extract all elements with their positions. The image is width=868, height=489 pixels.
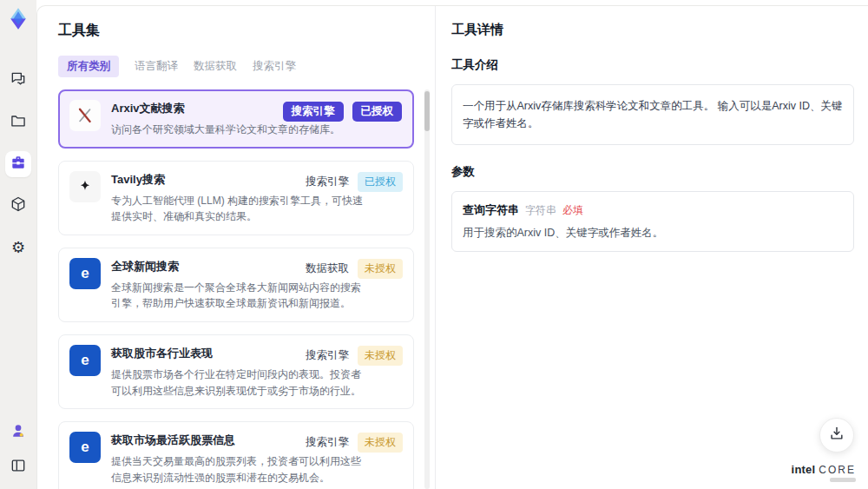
chat-icon [10, 70, 27, 91]
tab-category[interactable]: 数据获取 [194, 56, 237, 77]
user-icon [10, 422, 27, 443]
tool-description: 提供当天交易量最高的股票列表，投资者可以利用这些信息来识别流动性强的股票和潜在的… [111, 453, 368, 486]
category-tabs: 所有类别语言翻译数据获取搜索引擎 [58, 56, 414, 77]
scrollbar-thumb[interactable] [424, 91, 430, 131]
sidebar-item-cube[interactable] [5, 193, 31, 219]
news-tool-icon: e [69, 345, 101, 376]
folder-icon [10, 112, 27, 133]
sidebar-item-toolbox[interactable] [5, 151, 31, 177]
params-heading: 参数 [451, 164, 854, 180]
tavily-tool-icon [69, 171, 101, 202]
tool-description: 提供股票市场各个行业在特定时间段内的表现。投资者可以利用这些信息来识别表现优于或… [111, 367, 368, 399]
arxiv-tool-icon [69, 100, 101, 131]
download-button[interactable] [819, 418, 854, 453]
parameter-description: 用于搜索的Arxiv ID、关键字或作者姓名。 [463, 226, 843, 241]
tool-card[interactable]: Arxiv文献搜索 访问各个研究领域大量科学论文和文章的存储库。 搜索引擎 已授… [58, 89, 414, 149]
tab-category[interactable]: 语言翻译 [135, 56, 178, 77]
tool-card[interactable]: e 获取市场最活跃股票信息 提供当天交易量最高的股票列表，投资者可以利用这些信息… [58, 421, 414, 489]
tool-auth-badge: 已授权 [358, 172, 403, 192]
tab-category[interactable]: 搜索引擎 [253, 56, 296, 77]
intel-ultra-mark [830, 478, 856, 482]
parameter-card: 查询字符串 字符串 必填 用于搜索的Arxiv ID、关键字或作者姓名。 [451, 191, 854, 252]
tool-category-badge: 搜索引擎 [283, 102, 344, 122]
details-title: 工具详情 [451, 22, 854, 38]
tool-description: 专为人工智能代理 (LLM) 构建的搜索引擎工具，可快速提供实时、准确和真实的结… [111, 193, 368, 225]
tool-card[interactable]: e 全球新闻搜索 全球新闻搜索是一个聚合全球各大新闻网站内容的搜索引擎，帮助用户… [58, 248, 414, 322]
intel-core-logo: intel CORE [792, 463, 856, 482]
sidebar-item-user[interactable] [5, 420, 31, 446]
toolbox-icon [10, 154, 27, 175]
tool-details-panel: 工具详情 工具介绍 一个用于从Arxiv存储库搜索科学论文和文章的工具。 输入可… [435, 6, 868, 489]
sidebar-item-folder[interactable] [5, 109, 31, 135]
tools-panel: 工具集 所有类别语言翻译数据获取搜索引擎 Arxiv文献搜索 访问各个研究领域大… [37, 6, 435, 489]
tool-category-badge: 搜索引擎 [306, 435, 349, 450]
tab-category[interactable]: 所有类别 [58, 56, 119, 77]
tool-category-badge: 搜索引擎 [306, 175, 349, 189]
download-icon [828, 425, 845, 446]
tool-list: Arxiv文献搜索 访问各个研究领域大量科学论文和文章的存储库。 搜索引擎 已授… [58, 89, 414, 489]
tool-category-badge: 数据获取 [306, 261, 349, 276]
tool-auth-badge: 已授权 [352, 102, 403, 122]
tool-description: 访问各个研究领域大量科学论文和文章的存储库。 [111, 122, 368, 138]
sidebar-item-chat[interactable] [5, 68, 31, 94]
panel-toggle-icon [10, 457, 27, 478]
app-root: ⚙ 工具集 所有类别语言翻译数据获取搜索引擎 Arxiv文献搜索 访问各个研究领… [0, 0, 868, 489]
intro-heading: 工具介绍 [451, 57, 854, 73]
main-surface: 工具集 所有类别语言翻译数据获取搜索引擎 Arxiv文献搜索 访问各个研究领域大… [36, 5, 868, 489]
tool-auth-badge: 未授权 [358, 433, 403, 453]
parameter-type: 字符串 [525, 203, 556, 218]
sidebar: ⚙ [0, 0, 36, 489]
tool-auth-badge: 未授权 [358, 346, 403, 366]
app-logo [6, 7, 30, 31]
page-title: 工具集 [58, 22, 414, 40]
cube-icon [10, 195, 27, 216]
tool-card[interactable]: Tavily搜索 专为人工智能代理 (LLM) 构建的搜索引擎工具，可快速提供实… [58, 161, 414, 235]
parameter-required-badge: 必填 [562, 203, 583, 218]
news-tool-icon: e [69, 258, 101, 289]
gear-icon: ⚙ [11, 240, 25, 256]
scrollbar-track[interactable] [424, 89, 430, 489]
news-tool-icon: e [69, 432, 101, 463]
sidebar-item-gear[interactable]: ⚙ [5, 235, 31, 261]
tool-auth-badge: 未授权 [358, 259, 403, 279]
tool-description: 全球新闻搜索是一个聚合全球各大新闻网站内容的搜索引擎，帮助用户快速获取全球最新资… [111, 280, 368, 312]
intel-wordmark: intel [792, 463, 816, 476]
tool-card[interactable]: e 获取股市各行业表现 提供股票市场各个行业在特定时间段内的表现。投资者可以利用… [58, 334, 414, 409]
core-wordmark: CORE [819, 464, 856, 476]
intro-text: 一个用于从Arxiv存储库搜索科学论文和文章的工具。 输入可以是Arxiv ID… [451, 84, 854, 145]
sidebar-item-panel-toggle[interactable] [5, 454, 31, 480]
tool-category-badge: 搜索引擎 [306, 348, 349, 363]
parameter-name: 查询字符串 [463, 202, 519, 218]
